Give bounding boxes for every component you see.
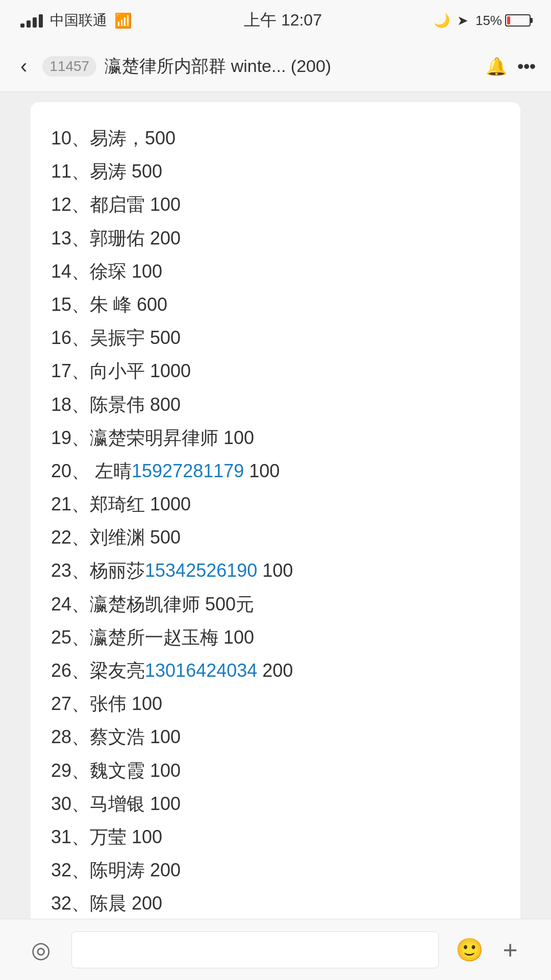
status-time: 上午 12:07 <box>244 9 322 32</box>
message-line: 20、 左晴15927281179 100 <box>51 455 500 486</box>
signal-icon <box>20 13 43 28</box>
message-line: 11、易涛 500 <box>51 156 500 187</box>
message-line: 25、瀛楚所一赵玉梅 100 <box>51 622 500 653</box>
nav-title-text: 瀛楚律所内部群 winte... (200) <box>105 55 331 78</box>
status-bar: 中国联通 📶 上午 12:07 🌙 ➤ 15% <box>0 0 551 41</box>
add-icon: + <box>503 935 517 965</box>
voice-icon: ◎ <box>31 937 51 963</box>
location-icon: ➤ <box>457 13 468 29</box>
message-line: 31、万莹 100 <box>51 821 500 852</box>
group-id-label: 11457 <box>42 56 96 77</box>
message-line: 27、张伟 100 <box>51 688 500 719</box>
message-line: 19、瀛楚荣明昇律师 100 <box>51 422 500 453</box>
nav-bar: ‹ 11457 瀛楚律所内部群 winte... (200) 🔔 ••• <box>0 41 551 92</box>
message-line: 23、杨丽莎15342526190 100 <box>51 555 500 586</box>
phone-link[interactable]: 15342526190 <box>145 560 257 581</box>
message-area: 10、易涛，50011、易涛 50012、都启雷 10013、郭珊佑 20014… <box>0 92 551 919</box>
emoji-button[interactable]: 🙂 <box>449 929 490 970</box>
wifi-icon: 📶 <box>114 12 132 29</box>
battery-pct-label: 15% <box>475 13 502 29</box>
message-line: 32、陈晨 200 <box>51 888 500 919</box>
message-bubble: 10、易涛，50011、易涛 50012、都启雷 10013、郭珊佑 20014… <box>31 102 520 919</box>
message-line: 18、陈景伟 800 <box>51 389 500 420</box>
add-button[interactable]: + <box>490 929 531 970</box>
message-line: 22、刘维渊 500 <box>51 522 500 553</box>
status-right: 🌙 ➤ 15% <box>434 13 531 29</box>
message-line: 13、郭珊佑 200 <box>51 223 500 254</box>
bell-icon[interactable]: 🔔 <box>486 56 507 77</box>
message-line: 32、陈明涛 200 <box>51 854 500 886</box>
voice-button[interactable]: ◎ <box>20 929 61 970</box>
emoji-icon: 🙂 <box>456 937 484 963</box>
message-line: 15、朱 峰 600 <box>51 289 500 320</box>
message-line: 24、瀛楚杨凯律师 500元 <box>51 589 500 620</box>
message-line: 12、都启雷 100 <box>51 189 500 220</box>
back-button[interactable]: ‹ <box>15 50 32 83</box>
battery-icon <box>505 14 531 27</box>
bottom-bar: ◎ 🙂 + <box>0 919 551 980</box>
message-line: 10、易涛，500 <box>51 122 500 154</box>
message-line: 29、魏文霞 100 <box>51 755 500 786</box>
message-line: 21、郑琦红 1000 <box>51 488 500 520</box>
nav-title-container: 11457 瀛楚律所内部群 winte... (200) <box>42 55 475 78</box>
carrier-label: 中国联通 <box>50 11 107 30</box>
phone-link[interactable]: 13016424034 <box>145 660 257 681</box>
message-line: 14、徐琛 100 <box>51 256 500 287</box>
message-line: 30、马增银 100 <box>51 788 500 819</box>
message-line: 26、梁友亮13016424034 200 <box>51 655 500 686</box>
message-input[interactable] <box>71 932 439 968</box>
more-button[interactable]: ••• <box>517 56 536 76</box>
phone-link[interactable]: 15927281179 <box>132 460 244 481</box>
message-content: 10、易涛，50011、易涛 50012、都启雷 10013、郭珊佑 20014… <box>51 122 500 919</box>
moon-icon: 🌙 <box>434 13 450 29</box>
message-line: 16、吴振宇 500 <box>51 322 500 353</box>
battery-container: 15% <box>475 13 531 29</box>
message-line: 17、向小平 1000 <box>51 355 500 386</box>
message-line: 28、蔡文浩 100 <box>51 721 500 752</box>
status-left: 中国联通 📶 <box>20 11 132 30</box>
